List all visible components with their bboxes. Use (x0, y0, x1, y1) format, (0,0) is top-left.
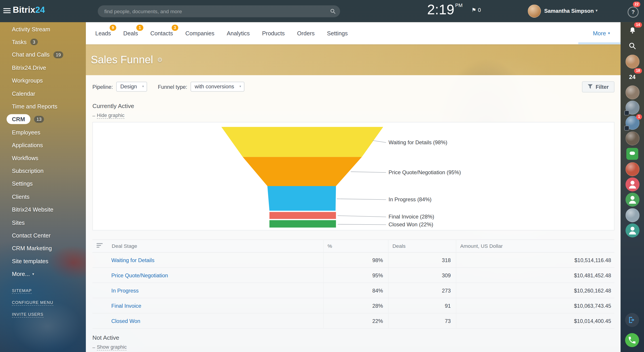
contact-icon[interactable] (625, 193, 639, 207)
gear-icon[interactable]: ⚙ (157, 56, 163, 64)
tab-settings[interactable]: Settings (327, 30, 348, 36)
sidebar-item-more[interactable]: More...▾ (12, 268, 86, 280)
deal-stage-link[interactable]: Final Invoice (111, 302, 141, 309)
sidebar-footer-link-invite-users[interactable]: INVITE USERS (12, 312, 44, 318)
sidebar-item-label: Workgroups (12, 78, 43, 84)
coworker-avatar-icon[interactable]: 1 (625, 116, 639, 130)
sidebar-item-site-templates[interactable]: Site templates (12, 255, 86, 268)
coworker-avatar-icon[interactable] (625, 101, 639, 114)
col-deal-stage[interactable]: Deal Stage (111, 240, 323, 252)
funnel-segment-closed-won[interactable] (270, 220, 336, 228)
funnel-type-select[interactable]: with conversions▾ (190, 82, 244, 92)
funnel-segment-in-progress[interactable] (268, 186, 336, 211)
sidebar-item-tasks[interactable]: Tasks3 (12, 36, 86, 48)
bitrix24-updates-icon[interactable]: 2418 (625, 70, 639, 84)
sidebar-item-label: Contact Center (12, 232, 50, 238)
deal-stage-link[interactable]: In Progress (111, 287, 139, 294)
tab-contacts[interactable]: Contacts3 (150, 30, 173, 36)
tab-companies[interactable]: Companies (185, 30, 214, 36)
coworker-avatar-icon[interactable] (625, 208, 639, 222)
pipeline-select[interactable]: Design▾ (116, 82, 147, 92)
plan-flag[interactable]: ⚑0 (472, 7, 481, 13)
sidebar-item-subscription[interactable]: Subscription (12, 164, 86, 177)
coworker-avatar-icon[interactable] (625, 131, 639, 145)
sidebar-item-bitrix24-website[interactable]: Bitrix24 Website (12, 203, 86, 216)
sidebar-item-label: Sites (12, 219, 24, 226)
tab-leads[interactable]: Leads9 (95, 30, 111, 36)
search-input[interactable] (104, 8, 330, 14)
sidebar-item-bitrix24-drive[interactable]: Bitrix24.Drive (12, 61, 86, 74)
telephony-phone-icon[interactable] (625, 333, 639, 347)
tab-analytics[interactable]: Analytics (227, 30, 250, 36)
sidebar-item-employees[interactable]: Employees (12, 126, 86, 139)
sidebar-item-time-and-reports[interactable]: Time and Reports (12, 100, 86, 113)
menu-hamburger-icon[interactable] (3, 8, 11, 14)
table-settings-icon[interactable] (96, 243, 103, 249)
sidebar-item-chat-and-calls[interactable]: Chat and Calls19 (12, 48, 86, 61)
stage-amount: $10,014,400.45 (456, 313, 614, 328)
sidebar-item-workgroups[interactable]: Workgroups (12, 74, 86, 87)
sidebar-footer-link-configure-menu[interactable]: CONFIGURE MENU (12, 300, 53, 306)
col-deals[interactable]: Deals (388, 240, 456, 252)
chevron-down-icon: ▾ (240, 84, 241, 88)
sidebar-item-settings[interactable]: Settings (12, 177, 86, 190)
sidebar-item-crm-marketing[interactable]: CRM Marketing (12, 242, 86, 255)
sidebar-item-crm[interactable]: CRM13 (12, 113, 86, 126)
global-search[interactable] (98, 5, 340, 17)
sidebar-item-clients[interactable]: Clients (12, 190, 86, 203)
sales-funnel-card: Pipeline: Design▾ Funnel type: with conv… (86, 75, 620, 352)
coworker-avatar-icon[interactable] (625, 162, 639, 176)
sidebar-item-label: Workflows (12, 155, 38, 161)
tab-badge: 1 (137, 24, 143, 31)
tab-orders[interactable]: Orders (297, 30, 315, 36)
coworker-avatar-icon[interactable] (625, 54, 639, 68)
deal-stage-link[interactable]: Closed Won (111, 318, 140, 324)
funnel-segment-waiting-for-details[interactable] (222, 127, 383, 157)
tab-deals[interactable]: Deals1 (123, 30, 138, 36)
sidebar-item-label: Tasks (12, 39, 26, 45)
stage-amount: $10,063,743.45 (456, 298, 614, 313)
col-amount[interactable]: Amount, US Dollar (456, 240, 614, 252)
contact-icon[interactable] (625, 177, 639, 191)
sidebar-item-activity-stream[interactable]: Activity Stream (12, 22, 86, 36)
sidebar-item-sites[interactable]: Sites (12, 216, 86, 229)
sidebar-footer-link-sitemap[interactable]: SITEMAP (12, 288, 32, 294)
coworker-avatar-icon[interactable] (625, 85, 639, 99)
search-icon[interactable] (625, 39, 639, 53)
sidebar-item-workflows[interactable]: Workflows (12, 152, 86, 164)
show-graphic-link[interactable]: –Show graphic (92, 344, 126, 350)
tab-products[interactable]: Products (262, 30, 285, 36)
sidebar-item-contact-center[interactable]: Contact Center (12, 229, 86, 242)
sidebar-item-badge: 3 (30, 39, 38, 46)
sidebar-item-applications[interactable]: Applications (12, 139, 86, 152)
page-title: Sales Funnel (91, 54, 153, 66)
workday-clock[interactable]: 2:19PM (427, 2, 462, 18)
sidebar-item-label: Applications (12, 142, 43, 148)
col-percent[interactable]: % (323, 240, 388, 252)
open-lines-icon[interactable] (625, 313, 639, 327)
filter-button[interactable]: Filter (582, 81, 614, 92)
chevron-down-icon[interactable]: ▾ (596, 8, 598, 13)
user-avatar[interactable] (528, 4, 541, 18)
sidebar-item-label: Settings (12, 180, 33, 187)
rail-badge: 18 (634, 68, 642, 74)
help-icon[interactable]: ? (628, 6, 639, 18)
notifications-icon[interactable]: 14 (625, 24, 639, 38)
sidebar-item-label: CRM (6, 114, 30, 124)
sidebar-item-label: More... (12, 271, 30, 277)
sidebar-item-calendar[interactable]: Calendar (12, 87, 86, 100)
funnel-segment-final-invoice[interactable] (270, 212, 336, 219)
chat-channel-icon[interactable] (625, 147, 639, 160)
bitrix24-logo[interactable]: Bitrix24 (13, 5, 45, 15)
search-icon[interactable] (330, 8, 336, 14)
funnel-segment-price-quote-negotiation[interactable] (243, 157, 362, 186)
stage-percent: 98% (323, 252, 388, 268)
sidebar-item-label: Employees (12, 129, 40, 135)
tab-more[interactable]: More▾ (593, 22, 610, 44)
sidebar-item-label: Subscription (12, 168, 44, 174)
hide-graphic-link[interactable]: –Hide graphic (92, 112, 124, 119)
contact-icon[interactable] (625, 224, 639, 237)
deal-stage-link[interactable]: Waiting for Details (111, 257, 154, 263)
user-name[interactable]: Samantha Simpson (544, 8, 594, 14)
deal-stage-link[interactable]: Price Quote/Negotiation (111, 272, 168, 278)
